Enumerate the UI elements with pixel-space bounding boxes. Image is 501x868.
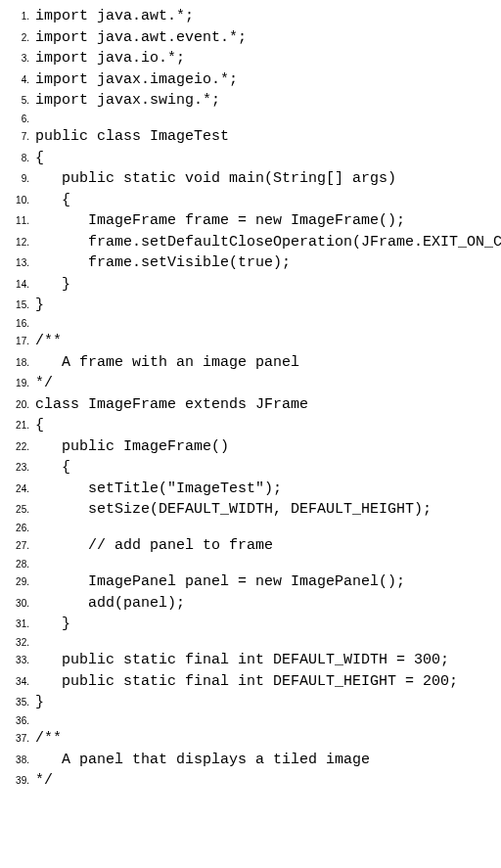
code-line: 17./** (4, 333, 497, 349)
line-number: 26. (4, 523, 29, 533)
code-line: 16. (4, 318, 497, 329)
code-text: import javax.swing.*; (35, 92, 220, 109)
code-line: 30. add(panel); (4, 595, 497, 612)
line-number: 15. (4, 299, 29, 310)
line-number: 19. (4, 378, 29, 388)
code-text: { (35, 150, 44, 166)
line-number: 25. (4, 504, 29, 515)
code-line: 34. public static final int DEFAULT_HEIG… (4, 673, 497, 690)
line-number: 6. (4, 114, 29, 124)
code-text: add(panel); (35, 595, 185, 612)
code-text: import java.io.*; (35, 50, 185, 67)
code-line: 24. setTitle("ImageTest"); (4, 480, 497, 497)
code-line: 22. public ImageFrame() (4, 438, 497, 455)
code-line: 37./** (4, 730, 497, 747)
code-text: /** (35, 333, 62, 349)
code-text: public static void main(String[] args) (35, 170, 396, 187)
code-text: frame.setVisible(true); (35, 254, 291, 271)
line-number: 31. (4, 618, 29, 629)
code-line: 26. (4, 523, 497, 533)
code-line: 36. (4, 715, 497, 726)
code-line: 7.public class ImageTest (4, 128, 497, 145)
code-line: 20.class ImageFrame extends JFrame (4, 396, 497, 413)
code-text: public ImageFrame() (35, 438, 229, 455)
line-number: 27. (4, 540, 29, 551)
line-number: 12. (4, 237, 29, 248)
code-line: 28. (4, 559, 497, 570)
line-number: 23. (4, 462, 29, 473)
line-number: 21. (4, 420, 29, 431)
code-line: 5.import javax.swing.*; (4, 92, 497, 109)
code-line: 9. public static void main(String[] args… (4, 170, 497, 187)
line-number: 24. (4, 483, 29, 494)
code-text: import java.awt.*; (35, 8, 194, 24)
code-line: 33. public static final int DEFAULT_WIDT… (4, 652, 497, 668)
line-number: 32. (4, 637, 29, 648)
code-line: 8.{ (4, 150, 497, 166)
code-line: 27. // add panel to frame (4, 537, 497, 554)
code-line: 2.import java.awt.event.*; (4, 29, 497, 46)
code-text: public class ImageTest (35, 128, 229, 145)
code-text: ImagePanel panel = new ImagePanel(); (35, 573, 405, 590)
code-text: public static final int DEFAULT_HEIGHT =… (35, 673, 458, 690)
code-line: 12. frame.setDefaultCloseOperation(JFram… (4, 234, 497, 251)
line-number: 37. (4, 733, 29, 744)
code-text: import javax.imageio.*; (35, 71, 238, 88)
code-text: setTitle("ImageTest"); (35, 480, 282, 497)
line-number: 33. (4, 655, 29, 665)
line-number: 36. (4, 715, 29, 726)
line-number: 5. (4, 95, 29, 106)
code-line: 25. setSize(DEFAULT_WIDTH, DEFAULT_HEIGH… (4, 501, 497, 518)
line-number: 8. (4, 153, 29, 163)
code-line: 19.*/ (4, 375, 497, 391)
code-text: A panel that displays a tiled image (35, 752, 370, 768)
code-text: // add panel to frame (35, 537, 273, 554)
line-number: 10. (4, 195, 29, 206)
line-number: 3. (4, 53, 29, 64)
line-number: 4. (4, 74, 29, 85)
code-text: } (35, 694, 44, 710)
code-line: 23. { (4, 459, 497, 476)
line-number: 28. (4, 559, 29, 570)
code-line: 10. { (4, 192, 497, 208)
line-number: 22. (4, 441, 29, 452)
line-number: 14. (4, 279, 29, 290)
code-text: */ (35, 772, 53, 789)
line-number: 38. (4, 754, 29, 765)
code-line: 32. (4, 637, 497, 648)
line-number: 17. (4, 336, 29, 346)
code-text: frame.setDefaultCloseOperation(JFrame.EX… (35, 234, 501, 251)
line-number: 34. (4, 676, 29, 687)
code-line: 35.} (4, 694, 497, 710)
code-line: 13. frame.setVisible(true); (4, 254, 497, 271)
code-text: setSize(DEFAULT_WIDTH, DEFAULT_HEIGHT); (35, 501, 432, 518)
line-number: 18. (4, 357, 29, 368)
code-text: A frame with an image panel (35, 354, 299, 371)
code-text: { (35, 459, 70, 476)
line-number: 11. (4, 215, 29, 226)
code-line: 29. ImagePanel panel = new ImagePanel(); (4, 573, 497, 590)
line-number: 39. (4, 775, 29, 786)
code-line: 4.import javax.imageio.*; (4, 71, 497, 88)
code-text: } (35, 616, 70, 632)
code-line: 39.*/ (4, 772, 497, 789)
code-text: */ (35, 375, 53, 391)
code-line: 6. (4, 114, 497, 124)
code-line: 11. ImageFrame frame = new ImageFrame(); (4, 212, 497, 229)
line-number: 16. (4, 318, 29, 329)
code-line: 15.} (4, 297, 497, 313)
code-text: } (35, 276, 70, 293)
code-listing: 1.import java.awt.*; 2.import java.awt.e… (4, 8, 497, 789)
line-number: 29. (4, 576, 29, 587)
code-text: } (35, 297, 44, 313)
line-number: 35. (4, 697, 29, 708)
code-text: { (35, 417, 44, 434)
line-number: 20. (4, 399, 29, 410)
line-number: 2. (4, 32, 29, 43)
code-line: 38. A panel that displays a tiled image (4, 752, 497, 768)
code-text: public static final int DEFAULT_WIDTH = … (35, 652, 449, 668)
code-line: 14. } (4, 276, 497, 293)
code-text: /** (35, 730, 62, 747)
code-text: class ImageFrame extends JFrame (35, 396, 308, 413)
code-line: 1.import java.awt.*; (4, 8, 497, 24)
